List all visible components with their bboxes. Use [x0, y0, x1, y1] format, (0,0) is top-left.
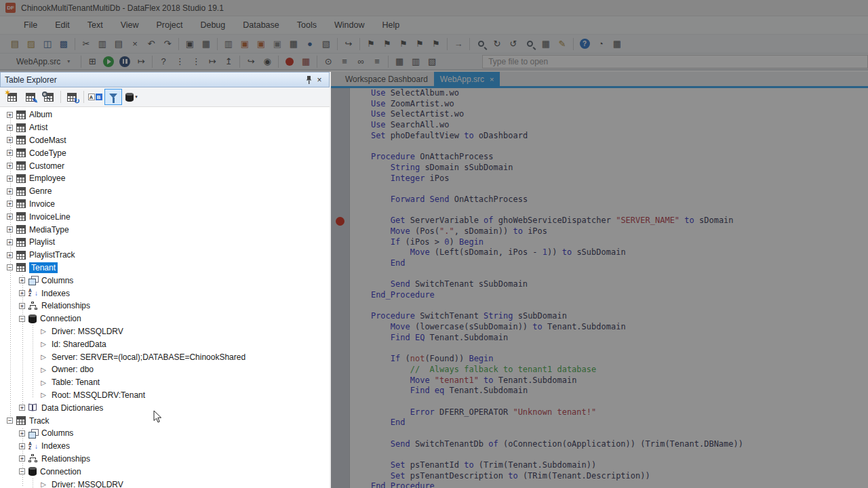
- alpha-order-button[interactable]: AB: [86, 89, 104, 105]
- tree-item-connection[interactable]: −Connection: [0, 465, 330, 478]
- menu-database[interactable]: Database: [234, 18, 288, 33]
- tree-item-invoice[interactable]: +Invoice: [0, 198, 330, 211]
- toolbar-button-history[interactable]: ◔: [593, 37, 609, 52]
- toolbar-button-save[interactable]: ◫: [39, 37, 56, 52]
- pin-icon[interactable]: [303, 75, 314, 85]
- toolbar-button-panel-dictionaries[interactable]: ▥: [408, 54, 424, 69]
- toolbar-button-find-in-files[interactable]: [521, 37, 538, 52]
- tree-item-album[interactable]: +Album: [0, 108, 330, 121]
- refresh-tables-button[interactable]: ↻: [63, 89, 81, 105]
- expand-box-icon[interactable]: +: [7, 125, 13, 131]
- toolbar-button-new-file[interactable]: ▤: [7, 37, 23, 52]
- menu-window[interactable]: Window: [326, 18, 373, 33]
- tab-webapp-src[interactable]: WebApp.src×: [434, 72, 500, 86]
- toolbar-button-step-into[interactable]: ⋮: [172, 54, 188, 69]
- expand-box-icon[interactable]: +: [7, 163, 13, 169]
- expand-box-icon[interactable]: +: [7, 226, 13, 232]
- toolbar-button-run-to-cursor[interactable]: ↦: [204, 54, 220, 69]
- toolbar-button-find[interactable]: [473, 37, 489, 52]
- toolbar-button-debug-help[interactable]: ?: [155, 54, 172, 69]
- toolbar-button-code-edit[interactable]: ✎: [554, 37, 570, 52]
- filter-button[interactable]: [104, 89, 122, 105]
- toolbar-button-help[interactable]: ?: [576, 37, 593, 52]
- expand-box-icon[interactable]: +: [7, 188, 13, 195]
- menu-help[interactable]: Help: [373, 18, 408, 33]
- toolbar-button-bookmark-clear[interactable]: ⚑: [412, 37, 428, 52]
- expand-box-icon[interactable]: +: [19, 303, 25, 309]
- toolbar-button-redo[interactable]: ↷: [159, 37, 176, 52]
- tree-item-genre[interactable]: +Genre: [0, 185, 330, 198]
- tree-item-table-tenant[interactable]: ▷Table: Tenant: [0, 376, 330, 389]
- toolbar-button-find-next[interactable]: ↻: [489, 37, 505, 52]
- new-table-button[interactable]: ✶: [3, 89, 21, 105]
- toolbar-button-call-stack[interactable]: ≡: [369, 54, 385, 69]
- file-open-input[interactable]: [482, 55, 868, 68]
- expand-box-icon[interactable]: +: [7, 150, 13, 156]
- menu-tools[interactable]: Tools: [288, 18, 326, 33]
- toolbar-button-panel-refresh[interactable]: ▧: [424, 54, 440, 69]
- toolbar-button-step-over[interactable]: ⋮: [188, 54, 204, 69]
- toolbar-button-compile[interactable]: ⊞: [84, 54, 100, 69]
- tree-item-mediatype[interactable]: +MediaType: [0, 223, 330, 236]
- toolbar-button-bookmark-prev[interactable]: ⚑: [379, 37, 395, 52]
- tree-item-driver-mssqldrv[interactable]: ▷Driver: MSSQLDRV: [0, 478, 330, 488]
- project-combo[interactable]: WebApp.src ▾: [12, 56, 74, 68]
- menu-text[interactable]: Text: [79, 18, 112, 33]
- toolbar-button-new-object[interactable]: ▧: [318, 37, 334, 52]
- collapse-box-icon[interactable]: −: [7, 418, 13, 424]
- edit-table-button[interactable]: ✎: [22, 89, 39, 105]
- toolbar-button-step[interactable]: ↦: [133, 54, 149, 69]
- tree-item-columns[interactable]: +Columns: [0, 274, 330, 287]
- toolbar-button-bookmark-list[interactable]: ⚑: [428, 37, 444, 52]
- close-icon[interactable]: ×: [314, 75, 325, 85]
- tree-item-codetype[interactable]: +CodeType: [0, 146, 330, 159]
- toolbar-button-run[interactable]: [100, 54, 117, 69]
- toolbar-button-locals[interactable]: ≡: [336, 54, 353, 69]
- tree-item-codemast[interactable]: +CodeMast: [0, 134, 330, 147]
- tree-item-data-dictionaries[interactable]: +Data Dictionaries: [0, 401, 330, 414]
- toolbar-button-go-to-definition[interactable]: ↪: [340, 37, 357, 52]
- collapse-box-icon[interactable]: −: [7, 264, 13, 270]
- tree-item-playlisttrack[interactable]: +PlaylistTrack: [0, 249, 330, 262]
- code-text[interactable]: Use SelectAlbum.wo Use ZoomArtist.wo Use…: [351, 88, 868, 488]
- tree-item-customer[interactable]: +Customer: [0, 159, 330, 172]
- toolbar-button-replace[interactable]: ▦: [538, 37, 554, 52]
- toolbar-button-database-builder[interactable]: ▦: [285, 37, 302, 52]
- find-table-button[interactable]: [40, 89, 58, 105]
- collapse-box-icon[interactable]: −: [19, 316, 25, 322]
- expand-box-icon[interactable]: +: [7, 252, 13, 258]
- tree-item-track[interactable]: −Track: [0, 414, 330, 427]
- tree-item-owner-dbo[interactable]: ▷Owner: dbo: [0, 363, 330, 376]
- toolbar-button-stop-debugging[interactable]: ◉: [259, 54, 275, 69]
- toolbar-button-delete[interactable]: ×: [127, 37, 143, 52]
- tree-item-connection[interactable]: −Connection: [0, 312, 330, 325]
- expand-box-icon[interactable]: +: [7, 201, 13, 207]
- toolbar-button-navigate[interactable]: →: [450, 37, 467, 52]
- toolbar-button-locate[interactable]: ▣: [182, 37, 198, 52]
- tree-item-invoiceline[interactable]: +InvoiceLine: [0, 210, 330, 223]
- expand-box-icon[interactable]: +: [7, 137, 13, 143]
- toolbar-button-watches[interactable]: ⊙: [320, 54, 336, 69]
- breakpoint-icon[interactable]: [336, 217, 344, 226]
- expand-box-icon[interactable]: +: [7, 112, 13, 118]
- toolbar-button-bookmark-next[interactable]: ⚑: [395, 37, 412, 52]
- tree-item-artist[interactable]: +Artist: [0, 121, 330, 134]
- tree-item-indexes[interactable]: +Indexes: [0, 440, 330, 453]
- toolbar-button-pause[interactable]: [117, 54, 133, 69]
- toolbar-button-step-out[interactable]: ↥: [220, 54, 237, 69]
- tree-item-id-shareddata[interactable]: ▷Id: SharedData: [0, 338, 330, 350]
- tree-item-root-mssqldrv-tenant[interactable]: ▷Root: MSSQLDRV:Tenant: [0, 389, 330, 402]
- toolbar-button-cut[interactable]: ✂: [78, 37, 94, 52]
- tab-workspace-dashboard[interactable]: Workspace Dashboard: [339, 72, 434, 86]
- tree-item-employee[interactable]: +Employee: [0, 172, 330, 185]
- code-editor[interactable]: Use SelectAlbum.wo Use ZoomArtist.wo Use…: [331, 88, 868, 488]
- expand-box-icon[interactable]: +: [7, 239, 13, 245]
- toolbar-button-print[interactable]: ▦: [198, 37, 214, 52]
- menu-debug[interactable]: Debug: [191, 18, 234, 33]
- tab-close-icon[interactable]: ×: [490, 75, 494, 83]
- tree-item-playlist[interactable]: +Playlist: [0, 236, 330, 249]
- expand-box-icon[interactable]: +: [19, 277, 25, 283]
- toolbar-button-save-all[interactable]: ▩: [56, 37, 72, 52]
- expand-box-icon[interactable]: +: [19, 290, 25, 296]
- expand-box-icon[interactable]: +: [7, 176, 13, 182]
